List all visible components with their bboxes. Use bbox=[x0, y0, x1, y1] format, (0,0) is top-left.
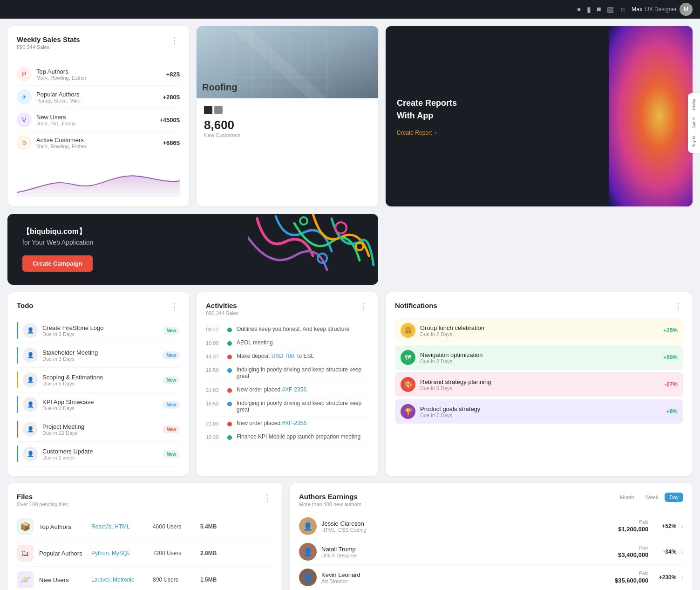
customers-icons bbox=[204, 106, 371, 114]
stat-icon: P bbox=[17, 67, 32, 82]
stat-authors: Randy, Steve, Mike bbox=[36, 98, 158, 103]
todo-info: Customers Update Due in 1 week bbox=[42, 448, 158, 460]
topbar: ● ▮ ■ ▧ ☼ Max UX Designer M bbox=[0, 0, 700, 19]
notification-item: 🍔 Group lunch celebration Due in 2 Days … bbox=[395, 318, 683, 343]
create-campaign-button[interactable]: Create Campaign bbox=[22, 255, 93, 272]
author-change: -34% bbox=[653, 549, 676, 555]
author-arrow-icon[interactable]: › bbox=[681, 522, 683, 530]
period-day-btn[interactable]: Day bbox=[665, 493, 683, 502]
cust-dot-gray bbox=[214, 106, 223, 114]
weekly-stats-card: Weekly Sales Stats 890,344 Sales ⋮ P Top… bbox=[7, 26, 189, 206]
reports-image bbox=[609, 26, 693, 206]
campaign-text: 【biqubiqu.com】 for Your Web Application … bbox=[22, 227, 93, 272]
activity-item: 08:42 Outlines keep you honest. And keep… bbox=[206, 322, 369, 336]
notif-icon: 🏆 bbox=[401, 404, 415, 419]
stat-items-list: P Top Authors Mark, Rowling, Esther +82$… bbox=[17, 63, 180, 154]
notif-title: Navigation optimization bbox=[420, 351, 659, 358]
todo-bar bbox=[17, 322, 18, 339]
todo-due: Due in 3 Days bbox=[42, 356, 158, 362]
todo-due: Due in 2 Days bbox=[42, 405, 158, 411]
todo-task-name: Create FireStone Logo bbox=[42, 324, 158, 331]
todo-badge: New bbox=[163, 401, 180, 409]
customers-count: 8,600 bbox=[204, 118, 371, 132]
files-menu-btn[interactable]: ⋮ bbox=[264, 493, 273, 503]
activity-item: 16:50 Indulging in poorly driving and ke… bbox=[206, 397, 369, 417]
author-arrow-icon[interactable]: › bbox=[681, 548, 683, 556]
activity-item: 16:50 Indulging in poorly driving and ke… bbox=[206, 363, 369, 383]
activity-text: Outlines keep you honest. And keep struc… bbox=[237, 326, 369, 332]
todo-menu-btn[interactable]: ⋮ bbox=[170, 302, 180, 312]
author-info: Natali Trump UI/UX Designer bbox=[321, 546, 606, 558]
period-month-btn[interactable]: Month bbox=[615, 493, 639, 502]
author-paid-info: Paid $3,400,000 bbox=[611, 545, 648, 558]
theme-icon[interactable]: ☼ bbox=[619, 5, 626, 14]
activity-item: 21:03 New order placed #XF-2356. bbox=[206, 383, 369, 397]
todo-avatar: 👤 bbox=[23, 348, 38, 363]
activity-item: 10:30 Finance KPI Mobile app launch prep… bbox=[206, 430, 369, 444]
notif-change: +8% bbox=[666, 408, 678, 415]
file-name: New Users bbox=[39, 576, 86, 583]
reports-content: Create ReportsWith App Create Report › bbox=[386, 26, 609, 206]
author-name: Natali Trump bbox=[321, 546, 606, 553]
customers-section: 8,600 New Customers bbox=[197, 98, 378, 145]
notif-change: +25% bbox=[663, 327, 678, 334]
stat-icon: b bbox=[17, 135, 32, 150]
author-avatar: 👤 bbox=[299, 569, 317, 586]
notif-info: Product goals strategy Due in 7 Days bbox=[420, 405, 662, 418]
file-icon: 📦 bbox=[17, 518, 34, 535]
reports-link[interactable]: Create Report › bbox=[397, 130, 598, 136]
todo-info: Scoping & Estimations Due in 5 Days bbox=[42, 374, 158, 386]
period-week-btn[interactable]: Week bbox=[641, 493, 663, 502]
notif-change: +50% bbox=[663, 354, 678, 361]
activity-text: New order placed #XF-2356. bbox=[237, 420, 369, 426]
file-size: 5.4MB bbox=[200, 523, 217, 530]
notifications-items-list: 🍔 Group lunch celebration Due in 2 Days … bbox=[395, 318, 683, 424]
todo-badge: New bbox=[163, 425, 180, 433]
search-icon[interactable]: ● bbox=[577, 5, 581, 14]
notifications-menu-btn[interactable]: ⋮ bbox=[674, 302, 683, 312]
notifications-card: Notifications ⋮ 🍔 Group lunch celebratio… bbox=[386, 292, 693, 476]
stat-value: +4500$ bbox=[159, 117, 180, 123]
activities-menu-btn[interactable]: ⋮ bbox=[360, 302, 369, 312]
activities-header: Activities 890,344 Sales ⋮ bbox=[206, 302, 369, 316]
stats-menu-btn[interactable]: ⋮ bbox=[170, 35, 180, 46]
roofing-card: Roofing 8,600 New Customers bbox=[197, 26, 378, 206]
file-tech: Python, MySQL bbox=[91, 550, 147, 556]
activity-items-list: 08:42 Outlines keep you honest. And keep… bbox=[206, 322, 369, 444]
author-arrow-icon[interactable]: › bbox=[681, 574, 683, 581]
stat-info: Popular Authors Randy, Steve, Mike bbox=[36, 91, 158, 103]
paid-amount: $35,600,000 bbox=[615, 577, 648, 584]
author-item: 👤 Jessie Clarcson HTML, CSS Coding Paid … bbox=[299, 514, 683, 539]
todo-card: Todo ⋮ 👤 Create FireStone Logo Due in 2 … bbox=[7, 292, 189, 476]
todo-item: 👤 KPI App Showcase Due in 2 Days New bbox=[17, 392, 180, 417]
file-item: 🪐 New Users Laravel, Metronic 890 Users … bbox=[17, 567, 273, 590]
notif-sub: Due in 2 Days bbox=[420, 331, 659, 337]
battery-icon: ▮ bbox=[587, 5, 591, 14]
todo-info: Stakeholder Meeting Due in 3 Days bbox=[42, 349, 158, 362]
todo-info: KPI App Showcase Due in 2 Days bbox=[42, 398, 158, 411]
notification-item: 🗺 Navigation optimization Due in 2 Days … bbox=[395, 345, 683, 370]
sidebar-geth[interactable]: Get H bbox=[690, 116, 698, 130]
notif-icon: 🍔 bbox=[401, 323, 415, 338]
reports-card: Create ReportsWith App Create Report › bbox=[386, 26, 693, 206]
sidebar-prebu[interactable]: Prebu bbox=[690, 97, 698, 112]
notifications-title: Notifications bbox=[395, 302, 437, 309]
paid-label: Paid bbox=[639, 520, 648, 525]
todo-bar bbox=[17, 347, 18, 364]
activity-time: 16:50 bbox=[206, 401, 223, 406]
activity-time: 14:37 bbox=[206, 354, 223, 359]
stat-name: New Users bbox=[36, 114, 155, 121]
author-role: Art Director bbox=[321, 578, 606, 584]
author-item: 👤 Natali Trump UI/UX Designer Paid $3,40… bbox=[299, 539, 683, 565]
activity-dot bbox=[227, 355, 232, 359]
notif-sub: Due in 2 Days bbox=[420, 358, 659, 364]
sidebar-buyn[interactable]: Buy N bbox=[690, 134, 698, 150]
grid-icon[interactable]: ■ bbox=[597, 5, 601, 14]
user-avatar[interactable]: M bbox=[680, 3, 693, 16]
notif-info: Group lunch celebration Due in 2 Days bbox=[420, 324, 659, 337]
notif-sub: Due in 5 Days bbox=[420, 385, 660, 391]
layout-icon[interactable]: ▧ bbox=[607, 5, 614, 14]
activity-dot bbox=[227, 388, 232, 393]
authors-earnings-card: Authors Earnings More than 400 new autho… bbox=[290, 483, 693, 590]
file-item: 🗂 Popular Authors Python, MySQL 7200 Use… bbox=[17, 540, 273, 567]
